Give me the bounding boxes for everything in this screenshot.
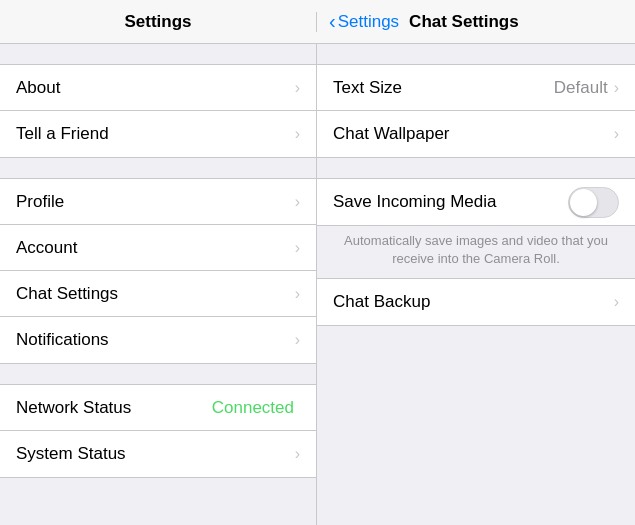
network-status-value: Connected: [212, 398, 294, 418]
left-item-system-status[interactable]: System Status ›: [0, 431, 316, 477]
chevron-right-icon: ›: [295, 239, 300, 257]
left-list-1: About › Tell a Friend ›: [0, 64, 316, 158]
left-group-3: Network Status Connected System Status ›: [0, 384, 316, 478]
spacer-mid-left: [0, 158, 316, 178]
chevron-right-icon: ›: [295, 331, 300, 349]
right-group-1: Text Size Default › Chat Wallpaper ›: [317, 64, 635, 158]
chevron-right-icon: ›: [295, 125, 300, 143]
left-header: Settings: [0, 12, 317, 32]
left-item-notifications[interactable]: Notifications ›: [0, 317, 316, 363]
left-item-about[interactable]: About ›: [0, 65, 316, 111]
header-bar: Settings ‹ Settings Chat Settings: [0, 0, 635, 44]
left-item-account[interactable]: Account ›: [0, 225, 316, 271]
spacer-top-left: [0, 44, 316, 64]
chevron-right-icon: ›: [295, 285, 300, 303]
chevron-right-icon: ›: [614, 79, 619, 97]
left-item-tell-a-friend[interactable]: Tell a Friend ›: [0, 111, 316, 157]
left-item-profile[interactable]: Profile ›: [0, 179, 316, 225]
left-list-2: Profile › Account › Chat Settings › Noti…: [0, 178, 316, 364]
left-header-title: Settings: [124, 12, 191, 32]
left-list-3: Network Status Connected System Status ›: [0, 384, 316, 478]
spacer-mid-right: [317, 158, 635, 178]
save-media-toggle[interactable]: [568, 187, 619, 218]
left-group-2: Profile › Account › Chat Settings › Noti…: [0, 178, 316, 364]
back-button[interactable]: ‹ Settings: [329, 10, 399, 33]
spacer-bottom-left: [0, 364, 316, 384]
chevron-right-icon: ›: [295, 193, 300, 211]
back-chevron-icon: ‹: [329, 10, 336, 33]
left-item-chat-settings[interactable]: Chat Settings ›: [0, 271, 316, 317]
right-header: ‹ Settings Chat Settings: [317, 10, 635, 33]
left-group-1: About › Tell a Friend ›: [0, 64, 316, 158]
right-group-2: Chat Backup ›: [317, 278, 635, 326]
right-save-media-section: Save Incoming Media: [317, 178, 635, 226]
chevron-right-icon: ›: [614, 125, 619, 143]
toggle-knob: [570, 189, 597, 216]
left-panel: About › Tell a Friend › Profile › Accoun…: [0, 44, 317, 525]
text-size-value: Default: [554, 78, 608, 98]
right-item-text-size[interactable]: Text Size Default ›: [317, 65, 635, 111]
chevron-right-icon: ›: [295, 445, 300, 463]
right-panel: Text Size Default › Chat Wallpaper › Sav…: [317, 44, 635, 525]
save-media-description: Automatically save images and video that…: [317, 226, 635, 278]
right-item-chat-wallpaper[interactable]: Chat Wallpaper ›: [317, 111, 635, 157]
chevron-right-icon: ›: [295, 79, 300, 97]
right-item-save-media: Save Incoming Media: [317, 179, 635, 225]
chevron-right-icon: ›: [614, 293, 619, 311]
right-item-chat-backup[interactable]: Chat Backup ›: [317, 279, 635, 325]
right-header-title: Chat Settings: [409, 12, 519, 32]
main-content: About › Tell a Friend › Profile › Accoun…: [0, 44, 635, 525]
left-item-network-status[interactable]: Network Status Connected: [0, 385, 316, 431]
back-button-label: Settings: [338, 12, 399, 32]
spacer-top-right: [317, 44, 635, 64]
